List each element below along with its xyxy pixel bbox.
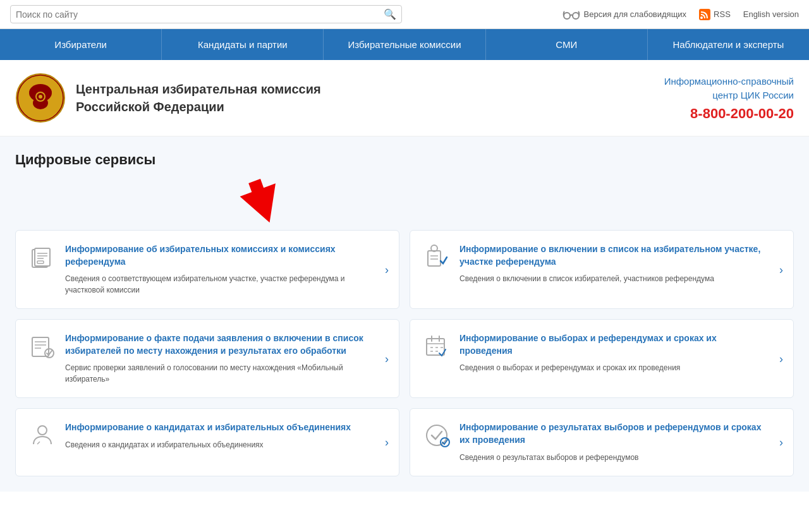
candidates-icon	[28, 421, 56, 449]
glasses-icon	[563, 9, 580, 20]
info-center-label: Информационно-справочный центр ЦИК Росси…	[664, 75, 794, 103]
nav-bar: Избиратели Кандидаты и партии Избиратель…	[0, 29, 809, 60]
nav-item-voters[interactable]: Избиратели	[0, 29, 162, 60]
list-inclusion-icon	[423, 243, 451, 271]
section-title: Цифровые сервисы	[15, 152, 794, 168]
card-results-content: Информирование о результатах выборов и р…	[459, 421, 765, 462]
application-icon	[28, 332, 56, 360]
commission-icon	[28, 243, 56, 271]
rss-link[interactable]: RSS	[699, 9, 731, 20]
card-commissions-content: Информирование об избирательных комиссия…	[65, 243, 371, 296]
card-candidates-content: Информирование о кандидатах и избиратель…	[65, 421, 371, 450]
visually-impaired-button[interactable]: Версия для слабовидящих	[563, 9, 687, 20]
main-content: Цифровые сервисы Информирование об избир…	[0, 136, 809, 492]
svg-point-3	[700, 16, 703, 19]
nav-item-candidates[interactable]: Кандидаты и партии	[162, 29, 324, 60]
arrow-annotation	[15, 181, 794, 225]
card-candidates-arrow: ›	[385, 435, 389, 449]
svg-point-1	[573, 13, 579, 19]
rss-icon	[699, 9, 710, 20]
card-application-title: Информирование о факте подачи заявления …	[65, 332, 371, 357]
english-version-link[interactable]: English version	[743, 9, 799, 19]
svg-point-40	[38, 426, 47, 435]
svg-rect-31	[427, 339, 444, 355]
red-arrow-icon	[230, 174, 306, 225]
org-name: Центральная избирательная комиссия Росси…	[76, 80, 321, 116]
card-elections[interactable]: Информирование о выборах и референдумах …	[410, 319, 794, 398]
card-candidates[interactable]: Информирование о кандидатах и избиратель…	[15, 408, 399, 476]
card-commissions-title: Информирование об избирательных комиссия…	[65, 243, 371, 268]
search-input[interactable]	[16, 9, 384, 20]
visually-impaired-label: Версия для слабовидящих	[584, 9, 687, 19]
card-commissions[interactable]: Информирование об избирательных комиссия…	[15, 230, 399, 309]
coat-of-arms-logo: ♚	[15, 73, 66, 123]
card-list-inclusion-desc: Сведения о включении в список избирателе…	[459, 273, 765, 284]
card-elections-title: Информирование о выборах и референдумах …	[459, 332, 765, 357]
card-results[interactable]: Информирование о результатах выборов и р…	[410, 408, 794, 476]
card-list-inclusion-arrow: ›	[779, 263, 783, 276]
org-name-container: Центральная избирательная комиссия Росси…	[76, 80, 321, 116]
header-info: Информационно-справочный центр ЦИК Росси…	[664, 75, 794, 122]
svg-rect-22	[428, 251, 441, 266]
card-results-arrow: ›	[779, 435, 783, 449]
elections-icon	[423, 332, 451, 360]
card-list-inclusion-title: Информирование о включении в список на и…	[459, 243, 765, 268]
info-center-phone: 8-800-200-00-20	[664, 106, 794, 122]
nav-item-media[interactable]: СМИ	[486, 29, 648, 60]
svg-marker-15	[236, 174, 287, 225]
card-elections-arrow: ›	[779, 352, 783, 365]
card-commissions-arrow: ›	[385, 263, 389, 276]
results-icon	[423, 421, 451, 449]
search-button[interactable]: 🔍	[384, 8, 396, 20]
card-application-content: Информирование о факте подачи заявления …	[65, 332, 371, 385]
card-results-desc: Сведения о результатах выборов и референ…	[459, 452, 765, 463]
card-results-title: Информирование о результатах выборов и р…	[459, 421, 765, 446]
card-application[interactable]: Информирование о факте подачи заявления …	[15, 319, 399, 398]
top-bar-right: Версия для слабовидящих RSS English vers…	[563, 9, 800, 20]
card-candidates-desc: Сведения о кандидатах и избирательных об…	[65, 439, 371, 450]
card-application-desc: Сервис проверки заявлений о голосовании …	[65, 362, 371, 385]
cards-grid: Информирование об избирательных комиссия…	[15, 230, 794, 476]
search-container: 🔍	[10, 5, 402, 23]
header-area: ♚ Центральная избирательная комиссия Рос…	[0, 60, 809, 136]
svg-line-41	[37, 442, 40, 444]
card-commissions-desc: Сведения о соответствующем избирательном…	[65, 273, 371, 296]
svg-point-0	[564, 13, 570, 19]
svg-rect-26	[32, 337, 49, 356]
card-elections-desc: Сведения о выборах и референдумах и срок…	[459, 362, 765, 373]
rss-label: RSS	[714, 9, 731, 19]
card-list-inclusion-content: Информирование о включении в список на и…	[459, 243, 765, 284]
card-elections-content: Информирование о выборах и референдумах …	[459, 332, 765, 373]
svg-point-14	[39, 95, 42, 99]
card-list-inclusion[interactable]: Информирование о включении в список на и…	[410, 230, 794, 309]
svg-point-42	[427, 425, 447, 445]
top-bar: 🔍 Версия для слабовидящих RSS English ve…	[0, 0, 809, 29]
card-candidates-title: Информирование о кандидатах и избиратель…	[65, 421, 371, 434]
nav-item-observers[interactable]: Наблюдатели и эксперты	[648, 29, 809, 60]
card-application-arrow: ›	[385, 352, 389, 365]
nav-item-commissions[interactable]: Избирательные комиссии	[324, 29, 485, 60]
